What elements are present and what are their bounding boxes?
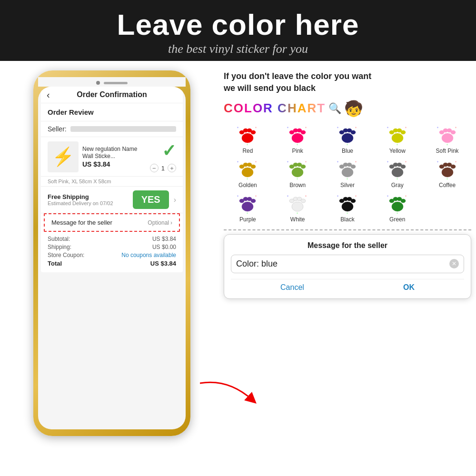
svg-text:✦: ✦ [237, 160, 239, 163]
svg-point-52 [301, 165, 306, 169]
svg-text:✦: ✦ [346, 143, 348, 146]
svg-text:✦: ✦ [337, 160, 339, 163]
paw-icon-brown: ✦ ✦ ✦ [286, 157, 309, 181]
paw-icon-green: ✦ ✦ ✦ [386, 191, 409, 215]
svg-point-4 [251, 130, 256, 134]
product-image: ⚡ [48, 141, 79, 172]
svg-text:✦: ✦ [305, 195, 307, 198]
svg-text:✦: ✦ [346, 212, 348, 215]
total-row: Total US $3.84 [48, 260, 176, 267]
svg-text:✦: ✦ [355, 160, 357, 163]
svg-point-0 [242, 133, 253, 143]
app-nav: ‹ Order Confirmation [41, 87, 183, 103]
phone-camera-icon [96, 81, 100, 85]
subtotal-label: Subtotal: [48, 236, 70, 242]
coupon-row: Store Coupon: No coupons available [48, 252, 176, 258]
color-item-purple: ✦ ✦ ✦ Purple [224, 191, 272, 223]
qty-minus[interactable]: − [150, 164, 159, 172]
coupon-label: Store Coupon: [48, 252, 84, 258]
color-label-red: Red [242, 148, 253, 154]
shipping-info: Free Shipping Estimated Delivery on 07/0… [48, 193, 128, 206]
svg-point-24 [392, 133, 403, 143]
svg-point-28 [401, 130, 406, 134]
header-subtitle: the best vinyl sticker for you [5, 42, 471, 56]
dialog-container: Message for the seller Color: blue ✕ Can… [224, 234, 471, 299]
svg-text:✦: ✦ [305, 126, 307, 129]
dialog-cancel-button[interactable]: Cancel [280, 283, 304, 292]
order-review-section: Order Review [41, 103, 183, 121]
total-label: Total [48, 260, 62, 267]
phone-section: ‹ Order Confirmation Order Review Seller… [5, 66, 219, 475]
svg-point-104 [392, 202, 403, 211]
phone-outer: ‹ Order Confirmation Order Review Seller… [33, 70, 190, 436]
paw-icon-white: ✦ ✦ ✦ [286, 191, 309, 215]
color-grid: ✦ ✦ ✦ Red ✦ ✦ ✦ Pink ✦ ✦ ✦ [224, 123, 471, 223]
total-value: US $3.84 [150, 260, 176, 267]
color-label-golden: Golden [238, 182, 257, 188]
totals-section: Subtotal: US $3.84 Shipping: US $0.00 St… [41, 232, 183, 272]
svg-text:✦: ✦ [346, 178, 348, 180]
svg-text:✦: ✦ [255, 160, 257, 163]
color-item-black: ✦ ✦ ✦ Black [324, 191, 372, 223]
message-for-seller-row[interactable]: Message for the seller Optional › [44, 213, 180, 232]
color-item-green: ✦ ✦ ✦ Green [373, 191, 421, 223]
svg-text:✦: ✦ [436, 126, 439, 129]
pikachu-icon: ⚡ [52, 146, 74, 167]
svg-text:✦: ✦ [387, 160, 389, 163]
yes-button[interactable]: YES [133, 190, 169, 209]
variant-text: Soft Pink, XL 58cm X 58cm [41, 177, 183, 187]
svg-text:✦: ✦ [287, 160, 289, 163]
color-item-silver: ✦ ✦ ✦ Silver [324, 157, 372, 188]
paw-icon-yellow: ✦ ✦ ✦ [386, 123, 409, 147]
app-content: ‹ Order Confirmation Order Review Seller… [41, 87, 183, 272]
color-item-yellow: ✦ ✦ ✦ Yellow [373, 123, 421, 154]
dialog-title: Message for the seller [231, 241, 464, 250]
color-label-green: Green [389, 216, 405, 223]
svg-point-64 [392, 168, 403, 177]
seller-row: Seller: [41, 121, 183, 137]
seller-label: Seller: [48, 125, 67, 133]
color-label-soft pink: Soft Pink [436, 148, 459, 154]
product-info: New regulation Name Wall Sticke... US $3… [82, 146, 146, 168]
paw-icon-red: ✦ ✦ ✦ [236, 123, 259, 147]
svg-text:✦: ✦ [396, 178, 398, 180]
checkmark-icon: ✓ [162, 141, 176, 161]
color-label-white: White [290, 216, 305, 223]
message-optional: Optional › [148, 219, 172, 226]
svg-text:✦: ✦ [287, 195, 289, 198]
header: Leave color here the best vinyl sticker … [0, 0, 476, 61]
message-label: Message for the seller [51, 219, 112, 226]
svg-point-56 [342, 168, 353, 177]
svg-text:✦: ✦ [387, 126, 389, 129]
paw-icon-coffee: ✦ ✦ ✦ [436, 157, 459, 181]
phone-screen: ‹ Order Confirmation Order Review Seller… [38, 87, 186, 429]
color-label-silver: Silver [340, 182, 355, 188]
order-review-title: Order Review [48, 108, 176, 116]
seller-name-blurred [70, 126, 176, 132]
color-item-blue: ✦ ✦ ✦ Blue [324, 123, 372, 154]
paw-icon-gray: ✦ ✦ ✦ [386, 157, 409, 181]
svg-point-76 [451, 165, 456, 169]
subtotal-value: US $3.84 [152, 236, 176, 242]
color-label-coffee: Coffee [439, 182, 456, 188]
svg-point-92 [301, 199, 306, 203]
svg-text:✦: ✦ [246, 212, 248, 215]
qty-plus[interactable]: + [168, 164, 176, 172]
dialog-ok-button[interactable]: OK [403, 283, 415, 292]
svg-text:✦: ✦ [337, 126, 339, 129]
paw-icon-pink: ✦ ✦ ✦ [286, 123, 309, 147]
product-price: US $3.84 [82, 160, 146, 168]
color-label-pink: Pink [292, 148, 303, 154]
back-button[interactable]: ‹ [47, 89, 50, 100]
svg-text:✦: ✦ [296, 212, 298, 215]
svg-text:✦: ✦ [355, 126, 357, 129]
dialog-clear-button[interactable]: ✕ [449, 259, 459, 268]
paw-icon-silver: ✦ ✦ ✦ [336, 157, 359, 181]
dialog-input-row[interactable]: Color: blue ✕ [231, 255, 464, 273]
dialog-input-value[interactable]: Color: blue [236, 259, 449, 269]
shipping-cost-row: Shipping: US $0.00 [48, 244, 176, 250]
shipping-label: Free Shipping [48, 193, 128, 200]
subtotal-row: Subtotal: US $3.84 [48, 236, 176, 242]
dialog-box: Message for the seller Color: blue ✕ Can… [224, 234, 471, 299]
phone-top-bar [38, 77, 186, 87]
